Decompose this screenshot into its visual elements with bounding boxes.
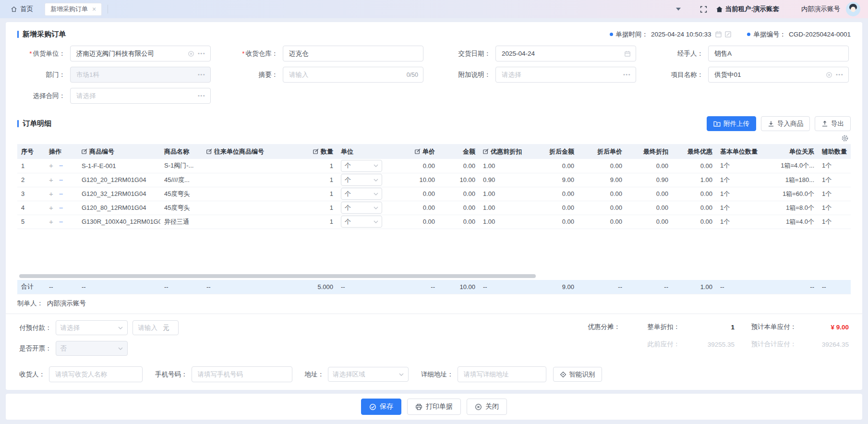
more-icon[interactable]: ••• [623,72,631,77]
avatar[interactable] [846,2,860,16]
add-row-icon[interactable]: + [49,176,53,184]
more-icon[interactable]: ••• [198,72,205,77]
horizontal-scrollbar[interactable] [17,274,851,279]
summary-value[interactable] [288,71,407,79]
cell-price[interactable]: 10.00 [387,173,439,187]
note-value[interactable] [501,71,623,79]
prepay-amount-input[interactable]: 元 [133,320,179,335]
cell-price[interactable]: 0.00 [387,201,439,215]
cell-disc_before[interactable]: 1.00 [479,215,525,229]
cell-qty[interactable]: 1 [289,187,337,201]
cell-disc_before[interactable]: 1.00 [479,187,525,201]
add-row-icon[interactable]: + [49,190,53,198]
cell-qty[interactable]: 1 [289,159,337,173]
address-value[interactable] [463,370,541,378]
unit-select[interactable]: 个 [341,160,382,172]
handler-input[interactable] [708,46,849,61]
add-row-icon[interactable]: + [49,204,53,212]
cell-partner_code[interactable] [203,201,289,215]
close-button[interactable]: 关闭 [467,399,507,415]
cell-code[interactable]: G120_32_12RM01G04 [78,187,160,201]
region-select[interactable]: 请选择区域 [328,367,409,382]
more-icon[interactable]: ••• [198,51,205,56]
unit-select[interactable]: 个 [341,216,382,228]
supplier-input[interactable]: ••• [70,46,211,61]
tab-home[interactable]: 首页 [5,5,39,13]
unit-select[interactable]: 个 [341,188,382,200]
cell-qty[interactable]: 1 [289,173,337,187]
scrollbar-thumb[interactable] [19,274,536,278]
contract-input[interactable]: ••• [70,88,211,104]
calendar-icon[interactable] [624,50,631,57]
attachment-upload-button[interactable]: 附件上传 [707,116,756,131]
remove-row-icon[interactable]: − [59,190,63,198]
export-button[interactable]: 导出 [815,116,851,131]
prepay-amount-value[interactable] [137,324,160,332]
print-button[interactable]: 打印单据 [407,399,461,415]
cell-price[interactable]: 0.00 [387,187,439,201]
remove-row-icon[interactable]: − [59,218,63,226]
add-row-icon[interactable]: + [49,218,53,226]
clear-icon[interactable] [188,50,194,57]
cell-unit[interactable]: 个 [337,201,387,215]
project-input[interactable]: ••• [708,67,849,83]
cell-partner_code[interactable] [203,173,289,187]
gear-icon[interactable] [841,134,849,142]
cell-qty[interactable]: 1 [289,215,337,229]
cell-unit[interactable]: 个 [337,187,387,201]
cell-code[interactable]: S-1-F-E-001 [78,159,160,173]
recipient-name-value[interactable] [54,370,137,378]
cell-partner_code[interactable] [203,187,289,201]
fullscreen-icon[interactable] [700,6,707,13]
cell-unit[interactable]: 个 [337,173,387,187]
note-input[interactable]: ••• [495,67,636,83]
remove-row-icon[interactable]: − [59,176,63,184]
prepay-select[interactable]: 请选择 [56,320,128,335]
phone-value[interactable] [197,370,287,378]
unit-select[interactable]: 个 [341,174,382,186]
summary-input[interactable]: 0/50 [283,67,423,83]
cell-price[interactable]: 0.00 [387,159,439,173]
cell-qty[interactable]: 1 [289,201,337,215]
cell-partner_code[interactable] [203,159,289,173]
cell-disc_before[interactable]: 1.00 [479,159,525,173]
cell-price[interactable]: 0.00 [387,215,439,229]
edit-icon[interactable] [724,31,732,38]
cell-unit[interactable]: 个 [337,159,387,173]
cell-code[interactable]: G120_80_12RM01G04 [78,201,160,215]
recipient-name-input[interactable] [49,366,143,382]
cell-partner_code[interactable] [203,215,289,229]
delivery-date-value[interactable] [501,49,624,58]
calendar-icon[interactable] [715,31,722,38]
save-button[interactable]: 保存 [361,399,401,415]
warehouse-value[interactable] [288,49,418,58]
cell-disc_before[interactable]: 1.00 [479,201,525,215]
project-value[interactable] [713,71,826,79]
cell-unit[interactable]: 个 [337,215,387,229]
tab-new-purchase-order[interactable]: 新增采购订单 × [45,3,102,16]
remove-row-icon[interactable]: − [59,161,63,170]
cell-code[interactable]: G130R_100X40_12RM01G04 [78,215,160,229]
chevron-down-icon[interactable] [676,8,681,11]
account-name[interactable]: 内部演示账号 [801,5,840,13]
current-tenant[interactable]: 当前租户:演示账套 [716,5,780,13]
tab-close-icon[interactable]: × [92,6,96,12]
warehouse-input[interactable] [283,46,423,61]
more-icon[interactable]: ••• [198,93,205,98]
handler-value[interactable] [713,49,844,58]
phone-input[interactable] [192,366,292,382]
smart-recognize-button[interactable]: 智能识别 [553,367,602,382]
cell-disc_before[interactable]: 0.90 [479,173,525,187]
contract-value[interactable] [75,92,198,100]
delivery-date-input[interactable] [495,46,636,61]
whole-discount-value[interactable]: 1 [682,324,735,331]
unit-select[interactable]: 个 [341,202,382,214]
more-icon[interactable]: ••• [836,72,844,77]
remove-row-icon[interactable]: − [59,204,63,212]
import-products-button[interactable]: 导入商品 [761,116,810,131]
add-row-icon[interactable]: + [49,161,53,170]
address-input[interactable] [458,366,546,382]
supplier-value[interactable] [75,49,188,58]
clear-icon[interactable] [826,72,832,78]
cell-code[interactable]: G120_20_12RM01G04 [78,173,160,187]
